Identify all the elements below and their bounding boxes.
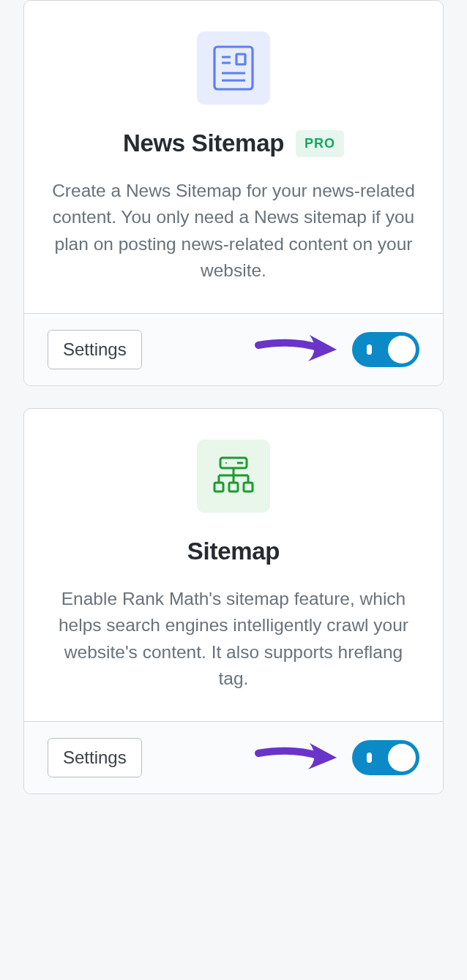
title-row: News Sitemap PRO bbox=[45, 129, 422, 157]
card-title: News Sitemap bbox=[123, 129, 284, 157]
arrow-annotation-icon bbox=[253, 737, 340, 778]
svg-rect-0 bbox=[214, 47, 253, 89]
svg-rect-15 bbox=[229, 483, 238, 491]
feature-card-news-sitemap: News Sitemap PRO Create a News Sitemap f… bbox=[23, 0, 444, 386]
card-body: Sitemap Enable Rank Math's sitemap featu… bbox=[24, 409, 443, 721]
sitemap-icon bbox=[197, 440, 270, 513]
settings-button[interactable]: Settings bbox=[48, 738, 142, 777]
feature-toggle[interactable] bbox=[352, 740, 419, 775]
feature-toggle[interactable] bbox=[352, 332, 419, 367]
svg-rect-16 bbox=[244, 483, 253, 491]
card-title: Sitemap bbox=[187, 538, 280, 565]
card-description: Create a News Sitemap for your news-rela… bbox=[45, 178, 422, 284]
title-row: Sitemap bbox=[45, 538, 422, 565]
svg-rect-14 bbox=[214, 483, 223, 491]
card-footer: Settings bbox=[24, 313, 443, 385]
card-description: Enable Rank Math's sitemap feature, whic… bbox=[45, 586, 422, 692]
news-sitemap-icon bbox=[197, 31, 270, 105]
svg-point-7 bbox=[225, 462, 227, 464]
feature-card-sitemap: Sitemap Enable Rank Math's sitemap featu… bbox=[23, 408, 444, 794]
settings-button[interactable]: Settings bbox=[48, 330, 142, 369]
arrow-annotation-icon bbox=[253, 329, 340, 370]
card-footer: Settings bbox=[24, 721, 443, 794]
card-body: News Sitemap PRO Create a News Sitemap f… bbox=[24, 1, 443, 313]
svg-rect-3 bbox=[236, 54, 245, 64]
pro-badge: PRO bbox=[296, 130, 344, 157]
